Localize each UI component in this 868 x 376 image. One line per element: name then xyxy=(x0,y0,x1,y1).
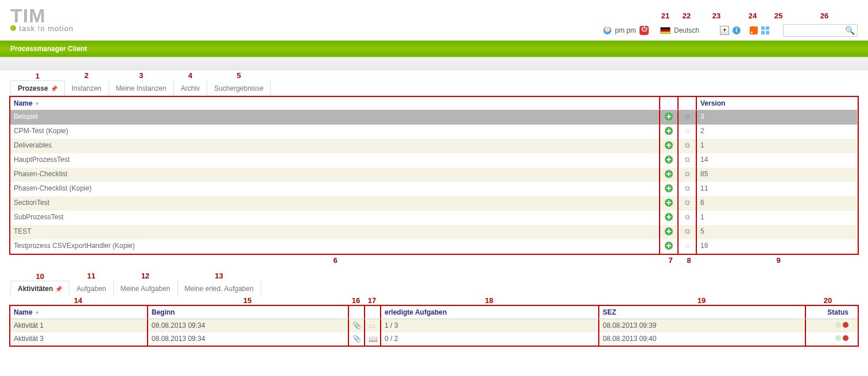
version-cell: 2 xyxy=(697,125,858,139)
filter-icon[interactable]: ▾ xyxy=(36,309,38,316)
table-row[interactable]: Phasen-Checklist⧉85 xyxy=(10,168,858,182)
activity-sez: 08.08.2013 09:39 xyxy=(599,319,806,332)
add-icon[interactable] xyxy=(665,170,673,178)
tab-meine-erled.-aufgaben[interactable]: 13Meine erled. Aufgaben xyxy=(178,281,261,296)
tab-archiv[interactable]: 4Archiv xyxy=(174,80,207,96)
book-icon[interactable]: 📖 xyxy=(369,335,378,343)
instances-cell: ⧉ xyxy=(679,110,697,125)
status-dot-alert-icon xyxy=(843,335,848,341)
tab-prozesse[interactable]: 1Prozesse📌 xyxy=(10,80,65,96)
pin-icon: 📌 xyxy=(51,86,57,92)
bottom-tabs: 10Aktivitäten📌11Aufgaben12Meine Aufgaben… xyxy=(10,281,862,296)
add-cell xyxy=(660,225,679,239)
search-icon[interactable]: 🔍 xyxy=(845,26,855,35)
table-row[interactable]: Aktivität 108.08.2013 09:34📎▭1 / 308.08.… xyxy=(10,319,858,332)
instances-cell: ⧉ xyxy=(679,168,697,182)
instances-icon[interactable]: ⧉ xyxy=(685,199,690,207)
instances-icon[interactable]: ⧉ xyxy=(685,184,690,192)
add-cell xyxy=(660,211,679,225)
activity-beginn: 08.08.2013 09:34 xyxy=(148,319,349,332)
process-table-annotations: 6 7 8 9 xyxy=(9,256,859,265)
tab-label: Suchergebnisse xyxy=(214,84,264,92)
dropdown-button[interactable]: ▾ xyxy=(720,26,729,35)
table-row[interactable]: TEST⧉5 xyxy=(10,225,858,239)
instances-icon[interactable]: ⧉ xyxy=(685,141,690,149)
version-cell: 85 xyxy=(697,168,858,182)
activity-sez: 08.08.2013 09:40 xyxy=(599,332,806,346)
add-icon[interactable] xyxy=(665,213,673,221)
table-row[interactable]: Phasen-Checklist (Kopie)⧉11 xyxy=(10,182,858,196)
act-col-sez[interactable]: SEZ xyxy=(599,306,806,319)
filter-icon[interactable]: ▾ xyxy=(36,100,38,107)
col-version-header[interactable]: Version xyxy=(697,97,858,110)
tab-aktivitäten[interactable]: 10Aktivitäten📌 xyxy=(10,281,69,296)
user-icon xyxy=(603,26,611,34)
logout-icon[interactable] xyxy=(640,26,649,35)
table-row[interactable]: HauptProzessTest⧉14 xyxy=(10,153,858,168)
toolbar-grey xyxy=(0,57,868,70)
add-icon[interactable] xyxy=(665,156,673,164)
instances-icon[interactable]: ⧉ xyxy=(685,213,690,221)
instances-icon[interactable]: ⧉ xyxy=(685,113,690,121)
language-label[interactable]: Deutsch xyxy=(674,26,699,34)
add-icon[interactable] xyxy=(665,113,673,121)
pin-icon: 📌 xyxy=(55,286,62,292)
table-row[interactable]: SectionTest⧉6 xyxy=(10,196,858,211)
book-cell: ▭ xyxy=(365,319,381,332)
act-col-erledigt[interactable]: erledigte Aufgaben xyxy=(381,306,599,319)
version-cell: 19 xyxy=(697,239,858,254)
act-col-status[interactable]: Status xyxy=(806,306,852,319)
table-row[interactable]: SubProzessTest⧉1 xyxy=(10,211,858,225)
instances-cell: ⧉ xyxy=(679,125,697,139)
instances-icon[interactable]: ⧉ xyxy=(685,156,690,164)
table-row[interactable]: Deliverables⧉1 xyxy=(10,139,858,153)
tab-meine-instanzen[interactable]: 3Meine Instanzen xyxy=(109,80,174,96)
add-icon[interactable] xyxy=(665,199,673,207)
table-row[interactable]: Aktivität 308.08.2013 09:34📎📖0 / 208.08.… xyxy=(10,332,858,346)
paperclip-icon[interactable]: 📎 xyxy=(352,335,361,343)
activity-name: Aktivität 1 xyxy=(10,319,148,332)
table-row[interactable]: Beispiel⧉3 xyxy=(10,110,858,125)
add-icon[interactable] xyxy=(665,184,673,192)
tab-instanzen[interactable]: 2Instanzen xyxy=(65,80,109,96)
logo-dot-icon xyxy=(10,25,16,31)
grid-icon[interactable] xyxy=(761,26,769,34)
instances-cell: ⧉ xyxy=(679,225,697,239)
search-input[interactable]: 🔍 xyxy=(783,24,858,37)
instances-cell: ⧉ xyxy=(679,153,697,168)
instances-icon[interactable]: ⧉ xyxy=(685,170,690,178)
instances-icon[interactable]: ⧉ xyxy=(685,227,690,235)
add-icon[interactable] xyxy=(665,242,673,250)
act-col-name[interactable]: Name ▾ xyxy=(10,306,148,319)
tab-label: Prozesse xyxy=(18,84,48,92)
instances-cell: ⧉ xyxy=(679,211,697,225)
add-icon[interactable] xyxy=(665,127,673,135)
rss-icon[interactable] xyxy=(750,26,758,34)
logo-text: TIM xyxy=(10,7,73,24)
add-cell xyxy=(660,110,679,125)
tab-aufgaben[interactable]: 11Aufgaben xyxy=(69,281,113,296)
add-icon[interactable] xyxy=(665,227,673,235)
status-cell xyxy=(806,332,852,346)
add-cell xyxy=(660,153,679,168)
info-icon[interactable]: i xyxy=(733,26,741,34)
process-name: CPM-Test (Kopie) xyxy=(10,125,660,139)
col-name-header[interactable]: Name ▾ xyxy=(10,97,660,110)
col-play-header xyxy=(679,97,697,110)
act-col-beginn[interactable]: Beginn xyxy=(148,306,349,319)
annotation: 4 xyxy=(188,71,192,80)
add-cell xyxy=(660,239,679,254)
table-row[interactable]: CPM-Test (Kopie)⧉2 xyxy=(10,125,858,139)
tab-meine-aufgaben[interactable]: 12Meine Aufgaben xyxy=(114,281,178,296)
table-row[interactable]: Testprozess CSVExportHandler (Kopie)⧉19 xyxy=(10,239,858,254)
status-badge xyxy=(835,322,848,328)
instances-cell: ⧉ xyxy=(679,139,697,153)
tab-label: Instanzen xyxy=(72,84,102,92)
paperclip-icon[interactable]: 📎 xyxy=(352,321,361,330)
tab-label: Aktivitäten xyxy=(18,285,53,293)
add-icon[interactable] xyxy=(665,141,673,149)
version-cell: 1 xyxy=(697,139,858,153)
tab-suchergebnisse[interactable]: 5Suchergebnisse xyxy=(207,80,271,96)
process-name: Beispiel xyxy=(10,110,660,125)
annotation: 5 xyxy=(237,71,241,80)
